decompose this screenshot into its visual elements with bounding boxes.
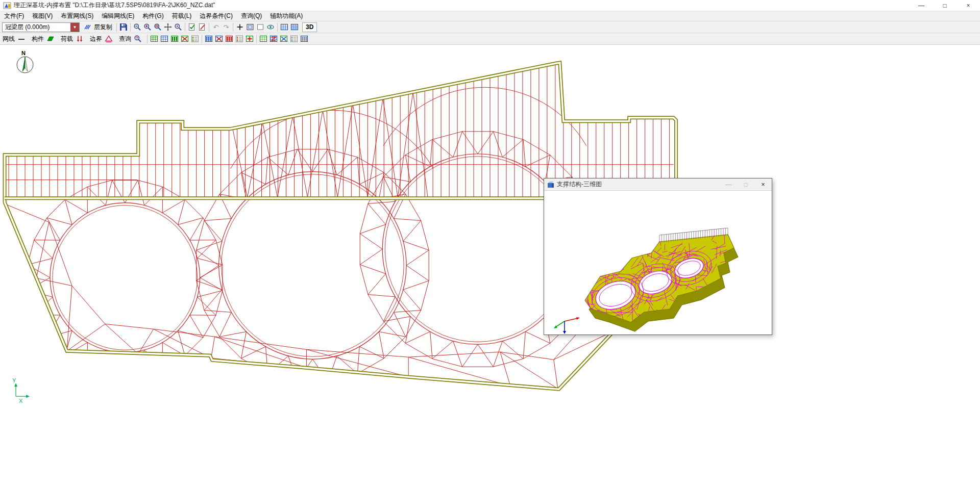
svg-text:↶: ↶ — [213, 23, 219, 31]
query-mode-button-label: 查询 — [119, 35, 131, 43]
redo-icon[interactable]: ↷ — [221, 22, 231, 32]
grid-tool-icon-11[interactable] — [258, 34, 268, 44]
3d-view-button[interactable]: 3D — [302, 22, 317, 32]
window-controls: — □ × — [910, 0, 980, 11]
boundary-mode-button[interactable]: 边界 — [87, 34, 116, 44]
menu-item-5[interactable]: 构件(G) — [138, 11, 167, 21]
zoom-out-icon[interactable] — [132, 22, 142, 32]
layer-copy-label: 层复制 — [94, 23, 112, 32]
boundary-icon — [104, 34, 114, 44]
mesh-line-icon — [16, 34, 27, 44]
drawing-canvas[interactable]: N Y X 支撑结构-三维图 — □ × — [0, 44, 980, 488]
axis-y-label: Y — [12, 377, 16, 383]
load-mode-button-label: 荷载 — [61, 35, 73, 43]
minimize-button[interactable]: — — [910, 0, 933, 11]
grid-tool-icon-8[interactable] — [224, 34, 234, 44]
window-title: 理正深基坑-内撑布置 "D:\工作目录\基坑7.5SP5\0819\FA-2\J… — [14, 1, 215, 10]
boundary-mode-button-label: 边界 — [90, 35, 102, 43]
grid-tool-icon-1[interactable] — [149, 34, 159, 44]
svg-text:↷: ↷ — [224, 23, 230, 31]
grid-tool-icon-15[interactable] — [299, 34, 309, 44]
load-mode-button[interactable]: 荷载 — [58, 34, 87, 44]
query-mode-button[interactable]: 查询? — [116, 34, 145, 44]
grid-tool-icon-3[interactable] — [169, 34, 180, 44]
mesh-mode-button[interactable]: 网线 — [0, 34, 29, 44]
axis-icon: Y X — [12, 377, 30, 404]
layer-copy-icon — [82, 22, 92, 32]
view-icon[interactable] — [265, 22, 276, 32]
main-toolbar: 冠梁层 (0.000m) ▼ 层复制 ↶↷ 3D — [0, 21, 980, 33]
zoom-extents-icon[interactable] — [173, 22, 183, 32]
grid-tool-icon-2[interactable] — [159, 34, 169, 44]
3d-model-view[interactable] — [544, 191, 772, 335]
3d-window-titlebar[interactable]: 支撑结构-三维图 — □ × — [544, 178, 772, 191]
layer-selector[interactable]: 冠梁层 (0.000m) ▼ — [2, 22, 80, 32]
menu-bar: 文件(F)视图(V)布置网线(S)编辑网线(E)构件(G)荷载(L)边界条件(C… — [0, 11, 980, 21]
axis-triad-icon — [554, 317, 580, 334]
grid-tool-icon-5[interactable] — [190, 34, 200, 44]
grid-tool-icon-10[interactable] — [244, 34, 255, 44]
north-compass-icon: N — [17, 50, 33, 73]
grid-tool-icon-4[interactable] — [180, 34, 190, 44]
grid-tool-icon-7[interactable] — [214, 34, 224, 44]
plan-view[interactable]: N Y X — [0, 45, 980, 488]
edit-verify-icon[interactable] — [187, 22, 197, 32]
frame-icon[interactable] — [245, 22, 255, 32]
zoom-in-icon[interactable] — [142, 22, 153, 32]
zoom-window-icon[interactable] — [153, 22, 163, 32]
menu-item-6[interactable]: 荷载(L) — [168, 11, 196, 21]
close-button[interactable]: × — [957, 0, 980, 11]
menu-item-7[interactable]: 边界条件(C) — [195, 11, 237, 21]
mode-toolbar: 网线构件荷载边界查询? — [0, 33, 980, 44]
member-mode-button-label: 构件 — [32, 35, 44, 43]
3d-preview-window[interactable]: 支撑结构-三维图 — □ × — [544, 178, 772, 335]
layer-selector-value: 冠梁层 (0.000m) — [3, 23, 70, 32]
grid-tool-icon-13[interactable] — [279, 34, 289, 44]
axis-x-label: X — [19, 398, 23, 404]
table-grid-icon-2[interactable] — [289, 22, 300, 32]
pan-icon[interactable] — [163, 22, 173, 32]
add-node-icon[interactable] — [235, 22, 245, 32]
mesh-mode-button-label: 网线 — [3, 35, 15, 43]
layer-copy-button[interactable]: 层复制 — [80, 22, 115, 33]
menu-item-4[interactable]: 编辑网线(E) — [97, 11, 138, 21]
3d-window-title: 支撑结构-三维图 — [557, 180, 602, 189]
menu-item-3[interactable]: 布置网线(S) — [57, 11, 97, 21]
menu-item-9[interactable]: 辅助功能(A) — [266, 11, 307, 21]
load-icon — [75, 34, 85, 44]
3d-window-controls: — □ × — [720, 178, 772, 190]
menu-item-1[interactable]: 文件(F) — [0, 11, 28, 21]
member-icon — [45, 34, 56, 44]
3d-close-button[interactable]: × — [754, 178, 772, 190]
grid-tool-icon-14[interactable] — [289, 34, 299, 44]
blank-region-icon[interactable] — [255, 22, 265, 32]
menu-item-8[interactable]: 查询(Q) — [237, 11, 266, 21]
3d-minimize-button[interactable]: — — [720, 178, 737, 190]
north-label: N — [21, 50, 26, 56]
undo-icon[interactable]: ↶ — [211, 22, 221, 32]
svg-text:?: ? — [136, 36, 138, 40]
query-icon: ? — [133, 34, 143, 44]
edit-pen-icon[interactable] — [197, 22, 207, 32]
window-icon — [547, 181, 554, 188]
grid-tool-icon-12[interactable] — [268, 34, 279, 44]
member-mode-button[interactable]: 构件 — [29, 34, 58, 44]
3d-restore-button[interactable]: □ — [737, 178, 754, 190]
menu-item-2[interactable]: 视图(V) — [28, 11, 57, 21]
grid-tool-icon-9[interactable] — [234, 34, 244, 44]
table-grid-icon-1[interactable] — [279, 22, 289, 32]
grid-tool-icon-6[interactable] — [204, 34, 214, 44]
app-icon — [3, 2, 11, 10]
title-bar: 理正深基坑-内撑布置 "D:\工作目录\基坑7.5SP5\0819\FA-2\J… — [0, 0, 980, 11]
maximize-button[interactable]: □ — [933, 0, 957, 11]
layer-dropdown-arrow-icon[interactable]: ▼ — [70, 23, 79, 32]
save-icon[interactable] — [118, 22, 129, 32]
